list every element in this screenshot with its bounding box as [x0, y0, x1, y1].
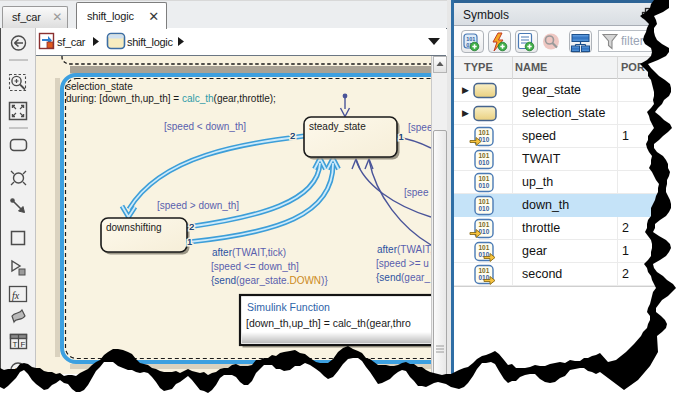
svg-text:[down_th,up_th] = calc_th(gear: [down_th,up_th] = calc_th(gear,thro: [246, 317, 411, 329]
svg-text:downshifting: downshifting: [106, 222, 162, 233]
svg-text:fx: fx: [12, 290, 20, 301]
svg-text:[spee: [spee: [404, 187, 429, 198]
svg-text:selection_state: selection_state: [66, 81, 133, 92]
svg-text:steady_state: steady_state: [309, 121, 366, 132]
svg-text:{send(gear_: {send(gear_: [376, 272, 430, 283]
svg-text:H: H: [15, 365, 22, 376]
svg-text:during: [down_th,up_th] = calc: during: [down_th,up_th] = calc_th(gear,t…: [66, 93, 276, 104]
svg-text:1: 1: [187, 236, 192, 247]
svg-text:[speed <= down_th]: [speed <= down_th]: [211, 261, 299, 272]
svg-text:{send(gear_state.DOWN)}: {send(gear_state.DOWN)}: [211, 275, 328, 286]
svg-text:T: T: [13, 340, 18, 349]
svg-text:[speed >= u: [speed >= u: [376, 258, 429, 269]
svg-text:2: 2: [290, 130, 295, 141]
svg-text:after(TWAIT,: after(TWAIT,: [377, 244, 431, 255]
svg-text:F: F: [21, 340, 26, 349]
svg-text:2: 2: [189, 221, 194, 232]
svg-text:1: 1: [399, 131, 404, 142]
svg-text:[speed: [speed: [408, 122, 431, 133]
svg-text:after(TWAIT,tick): after(TWAIT,tick): [212, 247, 286, 258]
svg-text:Simulink Function: Simulink Function: [247, 301, 330, 313]
svg-text:[speed < down_th]: [speed < down_th]: [164, 121, 246, 132]
svg-text:[speed > down_th]: [speed > down_th]: [157, 200, 239, 211]
